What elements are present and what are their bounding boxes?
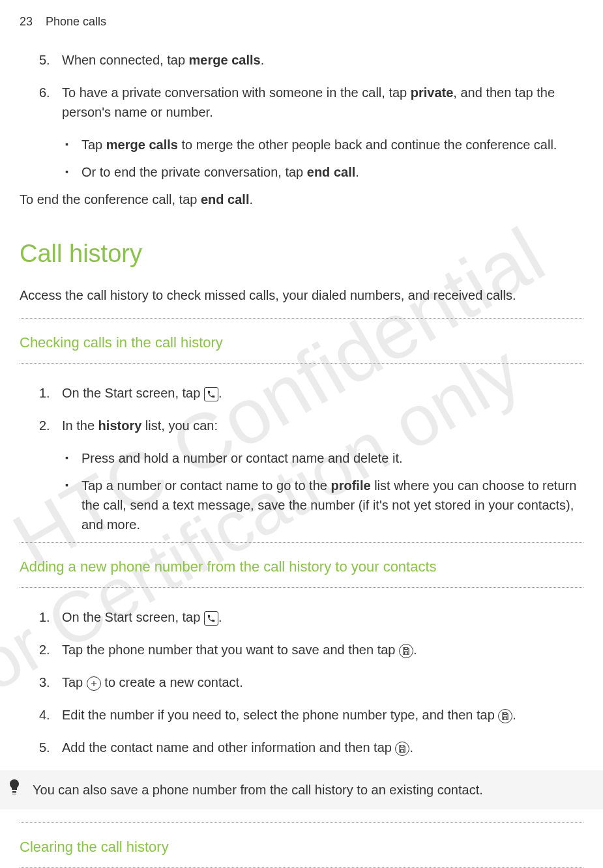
step-text: Add the contact name and other informati… <box>62 738 583 757</box>
subsection-checking-calls: Checking calls in the call history <box>20 332 583 353</box>
add-icon <box>87 676 101 691</box>
subsection-adding-number: Adding a new phone number from the call … <box>20 556 583 577</box>
sub2-step-5: 5. Add the contact name and other inform… <box>39 738 583 757</box>
paragraph-end-conference: To end the conference call, tap end call… <box>20 190 583 209</box>
divider <box>20 587 583 588</box>
step-num: 1. <box>39 383 62 403</box>
step-text: Edit the number if you need to, select t… <box>62 705 583 725</box>
step-text: When connected, tap merge calls. <box>62 50 583 70</box>
step-6: 6. To have a private conversation with s… <box>39 83 583 122</box>
step-num: 2. <box>39 640 62 659</box>
subsection-clearing-history: Clearing the call history <box>20 836 583 858</box>
bullet-text: Tap merge calls to merge the other peopl… <box>81 135 583 154</box>
sub1-step-1: 1. On the Start screen, tap . <box>39 383 583 403</box>
divider <box>20 542 583 543</box>
bullet-text: Press and hold a number or contact name … <box>81 448 583 468</box>
step-num: 2. <box>39 416 62 435</box>
save-icon <box>399 644 413 658</box>
phone-icon <box>204 387 218 401</box>
sub2-step-4: 4. Edit the number if you need to, selec… <box>39 705 583 725</box>
section-intro: Access the call history to check missed … <box>20 285 583 305</box>
sub1-bullet-1: ▪ Press and hold a number or contact nam… <box>65 448 583 468</box>
phone-icon <box>204 611 218 626</box>
save-icon <box>498 709 512 723</box>
step-5: 5. When connected, tap merge calls. <box>39 50 583 70</box>
page-number: 23 <box>20 13 33 31</box>
bullet-marker: ▪ <box>65 448 81 468</box>
bullet-text: Tap a number or contact name to go to th… <box>81 476 583 534</box>
sub1-bullet-2: ▪ Tap a number or contact name to go to … <box>65 476 583 534</box>
divider <box>20 822 583 823</box>
bullet-marker: ▪ <box>65 476 81 534</box>
step-num: 3. <box>39 673 62 692</box>
bullet-merge: ▪ Tap merge calls to merge the other peo… <box>65 135 583 154</box>
sub2-step-2: 2. Tap the phone number that you want to… <box>39 640 583 659</box>
step-text: In the history list, you can: <box>62 416 583 435</box>
step-text: On the Start screen, tap . <box>62 607 583 627</box>
step-num: 6. <box>39 83 62 122</box>
bullet-endcall: ▪ Or to end the private conversation, ta… <box>65 162 583 182</box>
step-num: 5. <box>39 738 62 757</box>
sub2-step-3: 3. Tap to create a new contact. <box>39 673 583 692</box>
divider <box>20 363 583 364</box>
step-text: Tap to create a new contact. <box>62 673 583 692</box>
save-icon <box>395 742 409 756</box>
bullet-text: Or to end the private conversation, tap … <box>81 162 583 182</box>
step-num: 4. <box>39 705 62 725</box>
page-header: 23 Phone calls <box>20 13 583 31</box>
bullet-marker: ▪ <box>65 135 81 154</box>
page-section-title: Phone calls <box>46 13 106 31</box>
divider <box>20 318 583 319</box>
step-num: 5. <box>39 50 62 70</box>
step-text: Tap the phone number that you want to sa… <box>62 640 583 659</box>
step-text: On the Start screen, tap . <box>62 383 583 403</box>
sub2-step-1: 1. On the Start screen, tap . <box>39 607 583 627</box>
tip-box: You can also save a phone number from th… <box>0 770 603 809</box>
section-title-call-history: Call history <box>20 235 583 272</box>
tip-text: You can also save a phone number from th… <box>33 783 483 797</box>
bullet-marker: ▪ <box>65 162 81 182</box>
step-num: 1. <box>39 607 62 627</box>
sub1-step-2: 2. In the history list, you can: <box>39 416 583 435</box>
step-text: To have a private conversation with some… <box>62 83 583 122</box>
lightbulb-icon <box>7 778 22 798</box>
